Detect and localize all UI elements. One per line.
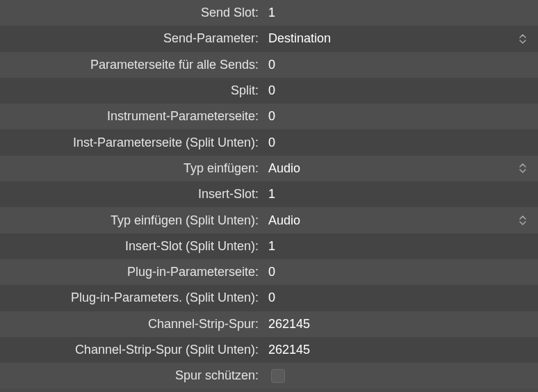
protect-track-checkbox[interactable] [271,369,285,383]
parameter-value [264,369,532,383]
parameter-label: Instrument-Parameterseite: [0,109,264,124]
dropdown-chevron-icon [517,214,528,227]
parameter-label: Typ einfügen: [0,161,264,176]
parameter-row: Send-Parameter:Destination [0,26,538,51]
parameter-label: Inst-Parameterseite (Split Unten): [0,136,264,150]
parameter-value-field[interactable]: 0 [264,109,532,124]
dropdown-chevron-icon [517,162,528,174]
parameter-label: Split: [0,83,264,98]
parameter-value-field[interactable]: 1 [264,6,532,20]
parameter-label: Plug-in-Parameters. (Split Unten): [0,291,264,305]
parameter-row: Insert-Slot:1 [0,181,538,207]
parameter-row: Plug-in-Parameters. (Split Unten):0 [0,285,538,311]
parameter-row: Insert-Slot (Split Unten):1 [0,234,538,259]
parameter-row: Spur schützen: [0,363,538,389]
parameter-row: Plug-in-Parameterseite:0 [0,259,538,285]
dropdown-value: Audio [268,161,532,176]
parameter-value-text: 0 [268,58,532,72]
parameter-label: Plug-in-Parameterseite: [0,265,264,279]
parameter-label: Channel-Strip-Spur (Split Unten): [0,343,264,357]
parameter-value-text: 262145 [268,343,532,357]
parameter-row: Channel-Strip-Spur:262145 [0,311,538,337]
parameter-row: Split:0 [0,78,538,104]
parameter-label: Insert-Slot (Split Unten): [0,239,264,254]
parameter-dropdown[interactable]: Destination [264,31,532,46]
parameter-value-field[interactable]: 262145 [264,317,532,332]
parameter-value-field[interactable]: 0 [264,58,532,72]
parameter-value-text: 262145 [268,317,532,332]
parameter-row: Channel-Strip-Spur (Split Unten):262145 [0,337,538,363]
parameter-value-text: 1 [268,187,532,202]
dropdown-chevron-icon [517,33,528,45]
parameter-row: Typ einfügen (Split Unten):Audio [0,207,538,233]
parameter-value-field[interactable]: 1 [264,239,532,254]
parameter-label: Spur schützen: [0,368,264,383]
parameter-value-field[interactable]: 0 [264,83,532,98]
parameter-row: Instrument-Parameterseite:0 [0,104,538,129]
parameter-label: Send Slot: [0,6,264,20]
parameter-value-text: 0 [268,291,532,305]
parameter-label: Parameterseite für alle Sends: [0,58,264,72]
parameter-value-text: 0 [268,265,532,279]
parameter-value-text: 0 [268,136,532,150]
parameter-dropdown[interactable]: Audio [264,161,532,176]
parameter-row: Parameterseite für alle Sends:0 [0,52,538,78]
parameter-label: Typ einfügen (Split Unten): [0,213,264,228]
parameter-row: Inst-Parameterseite (Split Unten):0 [0,129,538,155]
parameter-value-field[interactable]: 262145 [264,343,532,357]
parameter-value-text: 0 [268,109,532,124]
parameter-label: Channel-Strip-Spur: [0,317,264,332]
parameter-value-field[interactable]: 1 [264,187,532,202]
dropdown-value: Destination [268,31,532,46]
dropdown-value: Audio [268,213,532,228]
parameter-label: Insert-Slot: [0,187,264,202]
parameter-label: Send-Parameter: [0,31,264,46]
parameter-value-text: 0 [268,83,532,98]
parameter-row: Typ einfügen:Audio [0,156,538,181]
parameter-value-field[interactable]: 0 [264,265,532,279]
parameter-value-field[interactable]: 0 [264,136,532,150]
parameter-row: Send Slot:1 [0,0,538,26]
parameter-value-text: 1 [268,6,532,20]
parameter-dropdown[interactable]: Audio [264,213,532,228]
parameter-value-text: 1 [268,239,532,254]
parameter-value-field[interactable]: 0 [264,291,532,305]
